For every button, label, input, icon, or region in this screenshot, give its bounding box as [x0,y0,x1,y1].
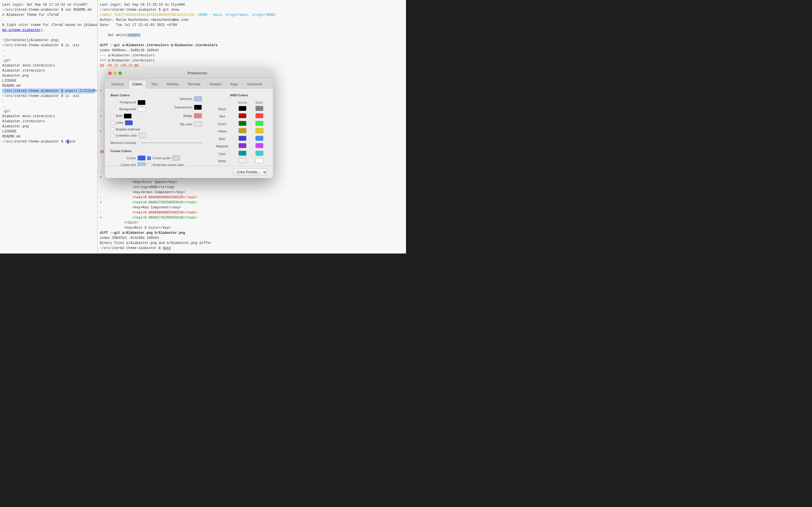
cursor-guide-swatch[interactable] [172,156,180,161]
cursor-text-label: Cursor text [110,163,136,166]
ansi-bright-swatch[interactable] [255,143,263,148]
ansi-bright-swatch[interactable] [255,151,263,156]
cursor-row: Cursor ✓ Cursor guide [110,156,202,161]
window-title: Preferences [125,70,269,76]
tab-terminal[interactable]: Terminal [183,80,204,88]
selection-label: Selection [167,97,192,101]
terminal-right[interactable]: Last login: Sat Sep 18 17:26:19 on ttys0… [98,0,406,253]
ansi-bright-swatch[interactable] [255,128,263,133]
term-line: Alabaster.png [2,124,95,129]
ansi-color-name: Red [211,113,234,120]
ansi-bright-swatch[interactable] [255,106,263,111]
links-checkbox[interactable] [110,121,114,124]
cursor-text-row: Cursor text Smart box cursor color [110,162,202,166]
cursor-text-swatch[interactable] [138,162,146,166]
term-line: commit 32d27f8a1b216b9c63182a3028df50cbd… [100,12,404,17]
cursor-block [67,140,69,144]
link[interactable]: me-scheme-alabaster [2,28,41,32]
ansi-normal-swatch[interactable] [239,136,246,141]
color-presets-select[interactable]: Color Presets... [233,168,267,176]
bold-swatch[interactable] [124,114,132,119]
selected-text-row: Selected text [167,105,202,110]
ansi-normal-swatch[interactable] [239,121,246,126]
cursor-colors-title: Cursor Colors [110,149,202,154]
background-swatch[interactable] [138,107,146,112]
ansi-normal-swatch[interactable] [239,158,246,163]
tab-general[interactable]: General [107,80,128,88]
selected-text: colors [126,33,140,37]
selection-swatch[interactable] [194,96,202,101]
underline-color-label: Underline color [116,133,137,138]
cursor-swatch[interactable] [138,156,146,161]
ansi-bright-swatch[interactable] [255,158,263,163]
term-line: Alabaster mono.itermcolors [2,63,95,68]
term-line: # Alabaster Theme for iTerm2 [2,12,95,17]
badge-swatch[interactable] [194,113,202,118]
term-line: <key>Ansi 8 Color</key> [100,225,404,230]
term-line: LICENSE [2,129,95,134]
ansi-col-name [211,100,234,105]
cursor-underline: date [163,246,171,250]
maximize-button[interactable] [118,71,122,75]
ansi-normal-swatch[interactable] [239,106,246,111]
tab-advanced[interactable]: Advanced [243,80,266,88]
term-line: LICENSE [2,78,95,83]
brighten-bold-checkbox[interactable] [110,127,114,131]
ansi-bright-swatch[interactable] [255,136,263,141]
ansi-color-name: Cyan [211,150,234,158]
git-head: (HEAD → main, origin/main, origin/HEAD) [197,13,276,17]
term-line: Alabaster.itermcolors [2,119,95,124]
ansi-bright-swatch[interactable] [255,113,263,118]
tab-color-label: Tab color [167,122,192,127]
ansi-color-name: Blue [211,135,234,143]
slider-thumb[interactable] [138,141,142,145]
links-label: Links [116,120,123,125]
tab-text[interactable]: Text [147,80,161,88]
term-line: Author: Maxim Kashchenko <mkaschenko@me.… [100,17,404,22]
ansi-normal-swatch[interactable] [239,151,246,156]
tab-colors[interactable]: Colors [128,80,147,89]
foreground-label: Foreground [110,100,136,105]
underline-color-checkbox[interactable] [110,134,114,137]
term-line: . [2,99,95,104]
term-line: .. [2,53,95,58]
close-button[interactable] [108,71,112,75]
ansi-normal-swatch[interactable] [239,143,246,148]
cursor-section: Cursor Colors Cursor ✓ Cursor guide Curs… [110,149,202,166]
smart-box-label: Smart box cursor color [153,163,184,166]
tab-keys[interactable]: Keys [226,80,242,88]
ansi-table: Normal Bright BlackRedGreenYellowBlueMag… [211,100,267,165]
term-line: . [2,48,95,53]
term-line: @@ -98,13 +98,13 @@ [100,63,404,68]
tabs-bar: General Colors Text Window Terminal Sess… [105,78,273,89]
traffic-lights [108,71,122,75]
ansi-row: Green [211,120,267,128]
foreground-swatch[interactable] [138,100,146,105]
term-line: ~/src/iterm2-theme-alabaster $ ls -ax1 [2,94,95,99]
tab-window[interactable]: Window [162,80,183,88]
term-line: Alabaster.itermcolors [2,68,95,73]
minimize-button[interactable] [113,71,117,75]
ansi-row: White [211,158,267,165]
terminal-left[interactable]: Last login: Sat Sep 18 17:14:32 on ttys0… [0,0,97,253]
ansi-header-normal: Normal [234,100,251,105]
minimum-contrast-slider[interactable] [138,142,202,144]
ansi-bright-swatch[interactable] [255,121,263,126]
ansi-header-bright: Bright [251,100,267,105]
cursor-guide-checkbox[interactable]: ✓ [147,156,151,160]
ansi-normal-swatch[interactable] [239,128,246,133]
bold-checkbox[interactable] [110,114,114,118]
background-label: Background [110,107,136,112]
check-icon: ✓ [148,156,150,160]
ansi-normal-swatch[interactable] [239,113,246,118]
tab-session[interactable]: Session [205,80,225,88]
links-swatch[interactable] [125,120,133,125]
term-line [2,33,95,38]
underline-color-swatch[interactable] [139,133,146,138]
smart-box-checkbox[interactable] [147,163,151,166]
selected-text-swatch[interactable] [194,105,202,110]
term-line: .git [2,58,95,63]
tab-color-swatch[interactable] [194,122,202,127]
ansi-row: Cyan [211,150,267,158]
term-line: A light color theme for iTerm2 based on … [2,22,95,27]
